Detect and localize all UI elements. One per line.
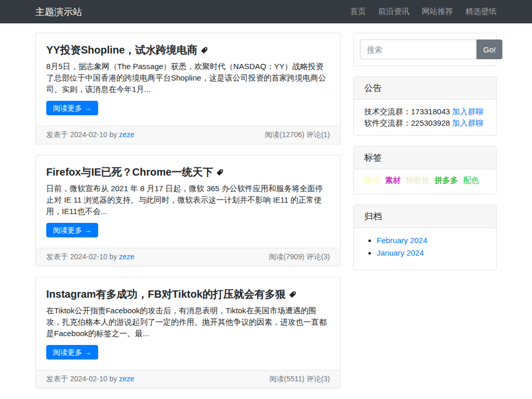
announcement-item: 技术交流群：173318043 加入群聊 — [364, 106, 486, 117]
post-title: Firefox与IE已死？Chrome一统天下 — [46, 166, 330, 178]
tag-link[interactable]: 素材 — [385, 176, 401, 184]
archive-item: February 2024 — [377, 234, 486, 247]
post-excerpt: 8月5日，据志象网（The Passage）获悉，欢聚时代（NASDAQ：YY）… — [46, 61, 330, 95]
post-meta: 发表于 2024-02-10 by zeze — [46, 252, 135, 262]
nav-link[interactable]: 首页 — [350, 7, 366, 16]
announcement-item: 软件交流群：225303928 加入群聊 — [364, 117, 486, 129]
join-group-link[interactable]: 加入群聊 — [452, 118, 483, 127]
archive-card: 归档 February 2024 January 2024 — [353, 205, 497, 270]
announcement-card: 公告 技术交流群：173318043 加入群聊 软件交流群：225303928 … — [353, 76, 497, 136]
author-link[interactable]: zeze — [119, 375, 135, 383]
top-navbar: 主题演示站 首页 前沿资讯 网站推荐 精选壁纸 — [0, 0, 532, 23]
announcement-title: 公告 — [354, 77, 496, 100]
post-card: YY投资Shopline，试水跨境电商 8月5日，据志象网（The Passag… — [35, 33, 341, 144]
post-footer: 发表于 2024-02-10 by zeze 阅读(12706) 评论(1) — [36, 126, 340, 144]
author-link[interactable]: zeze — [119, 252, 135, 261]
post-meta: 发表于 2024-02-10 by zeze — [46, 375, 135, 384]
read-more-button[interactable]: 阅读更多 → — [46, 345, 98, 360]
post-excerpt: 在Tiktok公开指责Facebook的攻击后，有消息表明，Tiktok在美国市… — [46, 305, 330, 339]
archive-link[interactable]: February 2024 — [377, 236, 428, 245]
nav-links: 首页 前沿资讯 网站推荐 精选壁纸 — [350, 7, 497, 17]
archive-list: February 2024 January 2024 — [377, 234, 486, 259]
archive-link[interactable]: January 2024 — [377, 248, 424, 257]
site-brand[interactable]: 主题演示站 — [35, 6, 82, 18]
post-list: YY投资Shopline，试水跨境电商 8月5日，据志象网（The Passag… — [35, 33, 341, 399]
archive-title: 归档 — [354, 205, 496, 228]
archive-item: January 2024 — [377, 247, 486, 259]
nav-link[interactable]: 精选壁纸 — [466, 7, 497, 16]
tag-link[interactable]: 配色 — [463, 176, 479, 184]
post-stats: 阅读(5511) 评论(3) — [270, 375, 330, 384]
tag-icon — [201, 47, 208, 54]
tag-icon — [289, 291, 296, 298]
search-input[interactable] — [360, 39, 476, 59]
sidebar: Go! 公告 技术交流群：173318043 加入群聊 软件交流群：225303… — [353, 33, 497, 281]
tag-icon — [216, 169, 223, 176]
tags-card: 标签 微信 素材 特斯拉 拼多多 配色 — [353, 146, 497, 194]
tag-link[interactable]: 特斯拉 — [406, 176, 429, 184]
tag-link[interactable]: 微信 — [364, 176, 380, 184]
tag-link[interactable]: 拼多多 — [435, 176, 458, 184]
read-more-button[interactable]: 阅读更多 → — [46, 223, 98, 237]
post-footer: 发表于 2024-02-10 by zeze 阅读(7909) 评论(3) — [36, 248, 340, 266]
tag-cloud: 微信 素材 特斯拉 拼多多 配色 — [354, 169, 496, 194]
post-meta: 发表于 2024-02-10 by zeze — [46, 130, 135, 140]
post-footer: 发表于 2024-02-10 by zeze 阅读(5511) 评论(3) — [36, 370, 340, 388]
post-card: Instagram有多成功，FB对Tiktok的打压就会有多狠 在Tiktok公… — [35, 277, 341, 389]
search-go-button[interactable]: Go! — [476, 39, 502, 59]
nav-link[interactable]: 前沿资讯 — [378, 7, 409, 16]
post-excerpt: 日前，微软宣布从 2021 年 8 月17 日起，微软 365 办公软件应用和服… — [46, 183, 330, 217]
post-card: Firefox与IE已死？Chrome一统天下 日前，微软宣布从 2021 年 … — [35, 155, 341, 267]
post-title: YY投资Shopline，试水跨境电商 — [46, 44, 330, 56]
post-stats: 阅读(7909) 评论(3) — [269, 252, 330, 262]
author-link[interactable]: zeze — [119, 130, 135, 139]
announcement-body: 技术交流群：173318043 加入群聊 软件交流群：225303928 加入群… — [354, 100, 496, 135]
join-group-link[interactable]: 加入群聊 — [452, 107, 483, 116]
post-title: Instagram有多成功，FB对Tiktok的打压就会有多狠 — [46, 288, 330, 300]
post-stats: 阅读(12706) 评论(1) — [265, 130, 330, 140]
read-more-button[interactable]: 阅读更多 → — [46, 101, 98, 115]
nav-link[interactable]: 网站推荐 — [422, 7, 453, 16]
search-card: Go! — [353, 33, 497, 66]
tags-title: 标签 — [354, 147, 496, 169]
